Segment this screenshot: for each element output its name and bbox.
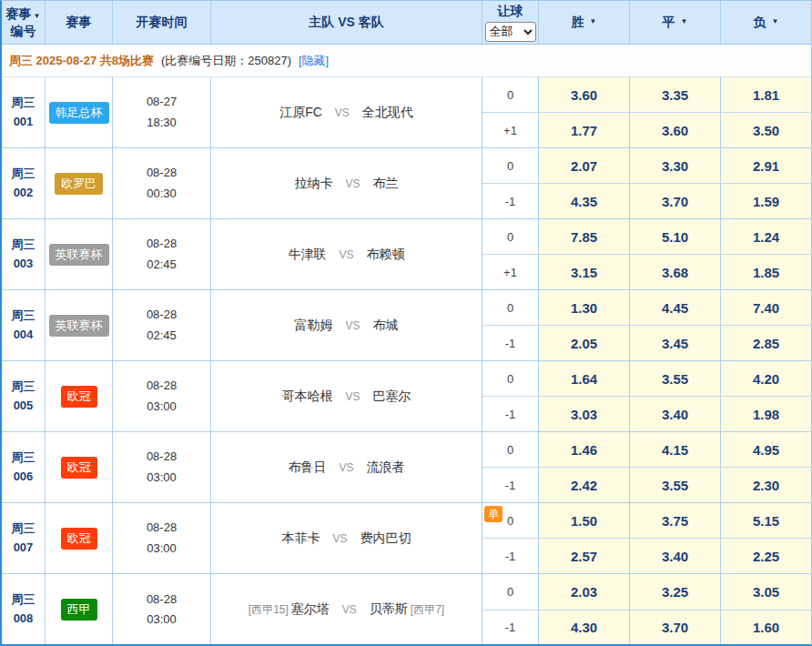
odds-win[interactable]: 3.03 — [539, 397, 630, 431]
odds-draw[interactable]: 3.40 — [630, 397, 721, 431]
away-team: 巴塞尔 — [373, 389, 411, 405]
odds-win[interactable]: 2.42 — [539, 468, 630, 502]
odds-win[interactable]: 4.35 — [539, 184, 630, 218]
league-badge[interactable]: 欧罗巴 — [55, 173, 103, 195]
match-day: 周三 — [12, 307, 36, 326]
odds-draw[interactable]: 3.40 — [630, 539, 721, 573]
odds-draw[interactable]: 3.55 — [630, 468, 721, 502]
odds-draw[interactable]: 3.70 — [630, 184, 721, 218]
odds-block: 0 2.03 3.25 3.05 -1 4.30 3.70 1.60 — [482, 574, 811, 645]
match-teams[interactable]: 布鲁日 VS 流浪者 — [211, 432, 482, 502]
handicap-value: -1 — [505, 550, 516, 563]
odds-block: 0 1.30 4.45 7.40 -1 2.05 3.45 2.85 — [482, 290, 811, 360]
odds-win[interactable]: 1.46 — [539, 432, 630, 467]
odds-block: 0 7.85 5.10 1.24 +1 3.15 3.68 1.85 — [482, 219, 811, 289]
odds-draw[interactable]: 3.25 — [630, 574, 721, 610]
header-lose[interactable]: 负 ▼ — [721, 1, 811, 44]
odds-row: 0 2.07 3.30 2.91 — [482, 148, 811, 184]
odds-lose[interactable]: 4.20 — [721, 361, 811, 396]
odds-win[interactable]: 2.07 — [539, 148, 630, 183]
away-team: 全北现代 — [362, 105, 413, 121]
match-teams[interactable]: 牛津联 VS 布赖顿 — [211, 219, 482, 289]
match-row: 周三 004 英联赛杯 08-28 02:45 富勒姆 VS 布城 0 1.30… — [2, 290, 811, 361]
odds-lose[interactable]: 1.85 — [721, 255, 811, 289]
odds-draw[interactable]: 4.15 — [630, 432, 721, 467]
odds-table: 赛事▼ 编号 赛事 开赛时间 主队 VS 客队 让球 全部 胜 ▼ 平 ▼ 负 … — [0, 0, 812, 646]
odds-lose[interactable]: 1.98 — [721, 397, 811, 431]
odds-draw[interactable]: 3.60 — [630, 113, 721, 147]
match-date: 08-28 — [147, 518, 177, 538]
match-row: 周三 007 欧冠 08-28 03:00 本菲卡 VS 费内巴切 单 0 1.… — [2, 503, 811, 574]
match-teams[interactable]: 拉纳卡 VS 布兰 — [211, 148, 482, 218]
match-time-cell: 08-28 03:00 — [113, 361, 211, 431]
odds-draw[interactable]: 3.30 — [630, 148, 721, 183]
odds-win[interactable]: 7.85 — [539, 219, 630, 254]
match-row: 周三 006 欧冠 08-28 03:00 布鲁日 VS 流浪者 0 1.46 … — [2, 432, 811, 503]
odds-draw[interactable]: 3.68 — [630, 255, 721, 289]
match-number: 001 — [14, 113, 34, 132]
odds-lose[interactable]: 2.30 — [721, 468, 811, 502]
odds-win[interactable]: 1.77 — [539, 113, 630, 147]
odds-win[interactable]: 1.30 — [539, 290, 630, 325]
odds-lose[interactable]: 2.91 — [721, 148, 811, 183]
league-badge[interactable]: 英联赛杯 — [49, 315, 109, 337]
odds-lose[interactable]: 3.05 — [721, 574, 811, 610]
odds-lose[interactable]: 4.95 — [721, 432, 811, 467]
odds-lose[interactable]: 7.40 — [721, 290, 811, 325]
odds-lose[interactable]: 5.15 — [721, 503, 811, 538]
league-cell: 欧罗巴 — [46, 148, 113, 218]
hide-link[interactable]: [隐藏] — [299, 53, 329, 69]
odds-lose[interactable]: 3.50 — [721, 113, 811, 147]
match-date: 08-28 — [147, 376, 177, 396]
match-time: 03:00 — [147, 468, 177, 488]
odds-block: 0 1.64 3.55 4.20 -1 3.03 3.40 1.98 — [482, 361, 811, 431]
header-handicap-label: 让球 — [498, 3, 523, 20]
odds-win[interactable]: 3.15 — [539, 255, 630, 289]
league-badge[interactable]: 欧冠 — [61, 457, 97, 479]
odds-win[interactable]: 3.60 — [539, 77, 630, 112]
league-badge[interactable]: 英联赛杯 — [49, 244, 109, 266]
odds-lose[interactable]: 2.85 — [721, 326, 811, 360]
header-match-no[interactable]: 赛事▼ 编号 — [2, 1, 46, 44]
header-league-label: 赛事 — [66, 14, 92, 31]
odds-draw[interactable]: 3.35 — [630, 77, 721, 112]
header-win[interactable]: 胜 ▼ — [539, 1, 630, 44]
league-badge[interactable]: 欧冠 — [61, 386, 97, 408]
odds-win[interactable]: 1.50 — [539, 503, 630, 538]
league-badge[interactable]: 西甲 — [61, 599, 97, 621]
match-teams[interactable]: [西甲15] 塞尔塔 VS 贝蒂斯 [西甲7] — [211, 574, 482, 645]
odds-lose[interactable]: 2.25 — [721, 539, 811, 573]
odds-draw[interactable]: 3.55 — [630, 361, 721, 396]
odds-win[interactable]: 1.64 — [539, 361, 630, 396]
odds-draw[interactable]: 4.45 — [630, 290, 721, 325]
odds-draw[interactable]: 5.10 — [630, 219, 721, 254]
match-teams[interactable]: 哥本哈根 VS 巴塞尔 — [211, 361, 482, 431]
odds-draw[interactable]: 3.70 — [630, 611, 721, 646]
league-badge[interactable]: 欧冠 — [61, 528, 97, 550]
home-team: 哥本哈根 — [281, 389, 332, 405]
odds-win[interactable]: 2.57 — [539, 539, 630, 573]
odds-draw[interactable]: 3.45 — [630, 326, 721, 360]
handicap-filter-select[interactable]: 全部 — [485, 22, 536, 42]
odds-win[interactable]: 4.30 — [539, 611, 630, 646]
home-team: 富勒姆 — [294, 318, 332, 334]
match-time: 00:30 — [147, 184, 177, 204]
league-badge[interactable]: 韩足总杯 — [49, 102, 109, 124]
sort-down-icon: ▼ — [590, 17, 597, 27]
odds-lose[interactable]: 1.60 — [721, 611, 811, 646]
match-row: 周三 003 英联赛杯 08-28 02:45 牛津联 VS 布赖顿 0 7.8… — [2, 219, 811, 290]
handicap-cell: 单 0 — [482, 503, 539, 538]
odds-lose[interactable]: 1.24 — [721, 219, 811, 254]
header-match-no-line1: 赛事▼ — [6, 5, 41, 23]
odds-draw[interactable]: 3.75 — [630, 503, 721, 538]
home-team: 塞尔塔 — [291, 601, 330, 618]
match-teams[interactable]: 富勒姆 VS 布城 — [211, 290, 482, 360]
match-teams[interactable]: 江原FC VS 全北现代 — [211, 77, 482, 147]
odds-win[interactable]: 2.05 — [539, 326, 630, 360]
match-teams[interactable]: 本菲卡 VS 费内巴切 — [211, 503, 482, 573]
header-draw[interactable]: 平 ▼ — [630, 1, 721, 44]
odds-lose[interactable]: 1.81 — [721, 77, 811, 112]
odds-lose[interactable]: 1.59 — [721, 184, 811, 218]
odds-win[interactable]: 2.03 — [539, 574, 630, 610]
away-team: 贝蒂斯 — [370, 601, 408, 618]
